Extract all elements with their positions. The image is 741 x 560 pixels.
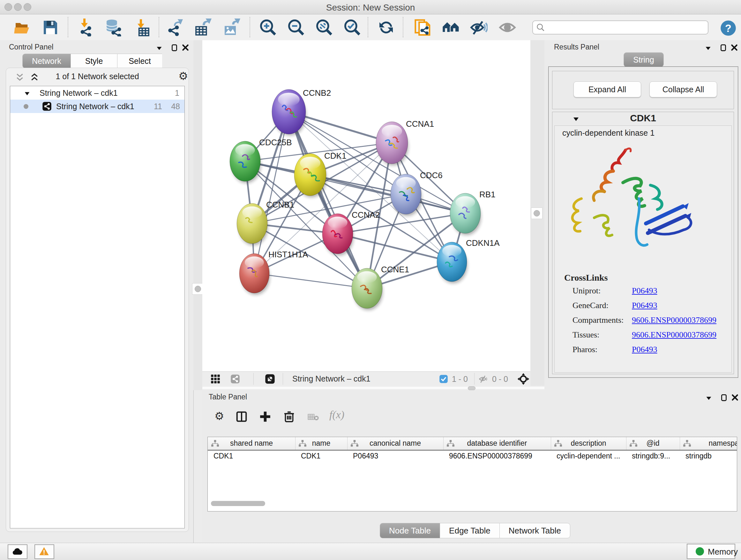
delete-column-trash-icon[interactable]: [283, 410, 295, 423]
table-cell[interactable]: P06493: [347, 452, 443, 460]
table-panel-close-icon[interactable]: [731, 393, 739, 401]
crosslink-value[interactable]: P06493: [632, 301, 657, 310]
string-import-icon[interactable]: [414, 18, 432, 37]
collection-expander-icon[interactable]: [23, 90, 30, 97]
table-panel-float-menu-icon[interactable]: [704, 394, 713, 402]
network-node-CCNB2[interactable]: [272, 89, 306, 136]
left-splitter-handle[interactable]: [192, 283, 204, 295]
export-table-icon[interactable]: [194, 18, 212, 37]
column-header-canonical-name[interactable]: canonical name: [347, 437, 444, 450]
import-network-file-icon[interactable]: [77, 18, 94, 37]
network-edge[interactable]: [289, 112, 367, 288]
warning-status-button[interactable]: [35, 544, 54, 559]
results-panel-float-menu-icon[interactable]: [704, 44, 712, 52]
export-image-icon[interactable]: [222, 18, 240, 37]
search-box: [532, 20, 709, 35]
zoom-fit-icon[interactable]: [315, 18, 333, 37]
save-session-icon[interactable]: [42, 18, 59, 37]
column-header-namespace[interactable]: namespace: [680, 437, 737, 450]
zoom-in-icon[interactable]: [259, 18, 277, 37]
table-cell[interactable]: stringdb: [680, 452, 737, 460]
network-node-RB1[interactable]: [450, 193, 481, 235]
hide-selection-eye-slash-icon[interactable]: [470, 18, 488, 37]
table-cell[interactable]: 9606.ENSP00000378699: [443, 452, 551, 460]
network-node-CCNA2[interactable]: [322, 213, 354, 256]
network-canvas[interactable]: CCNB2CCNA1CDC25BCDK1CDC6RB1CCNB1CCNA2CDK…: [202, 40, 530, 371]
network-node-CCNA1[interactable]: [376, 122, 408, 165]
search-input[interactable]: [548, 22, 705, 33]
control-panel-float-menu-icon[interactable]: [155, 44, 163, 52]
crosslink-value[interactable]: P06493: [632, 286, 657, 296]
help-icon[interactable]: ?: [720, 20, 737, 37]
grid-view-icon[interactable]: [211, 374, 220, 384]
import-network-database-icon[interactable]: [105, 18, 122, 37]
column-header-label: namespace: [680, 439, 737, 448]
crosslink-value[interactable]: P06493: [632, 345, 657, 354]
network-node-CCNB1[interactable]: [237, 203, 268, 246]
table-options-gear-icon[interactable]: ⚙: [214, 411, 224, 422]
network-edge[interactable]: [338, 234, 452, 262]
table-cell[interactable]: CDK1: [208, 452, 295, 460]
tab-select[interactable]: Select: [117, 54, 162, 68]
network-options-gear-icon[interactable]: ⚙: [179, 71, 188, 81]
column-header-@id[interactable]: @id: [626, 437, 680, 450]
create-column-plus-icon[interactable]: [259, 411, 271, 423]
column-header-database-identifier[interactable]: database identifier: [443, 437, 551, 450]
node-label-RB1: RB1: [479, 190, 495, 199]
control-panel-undock-icon[interactable]: [171, 44, 179, 52]
export-network-icon[interactable]: [165, 18, 183, 37]
tab-edge-table[interactable]: Edge Table: [440, 523, 499, 538]
cloud-status-button[interactable]: [8, 544, 27, 559]
table-cell[interactable]: cyclin-dependent ...: [551, 452, 626, 460]
network-edge[interactable]: [254, 273, 367, 288]
network-edge[interactable]: [254, 112, 289, 273]
column-header-shared-name[interactable]: shared name: [208, 437, 295, 450]
import-table-file-icon[interactable]: [133, 18, 151, 37]
column-header-label: name: [295, 439, 347, 448]
network-node-CDC25B[interactable]: [230, 141, 261, 183]
memory-button[interactable]: Memory: [687, 544, 735, 559]
column-header-description[interactable]: description: [551, 437, 626, 450]
network-node-CDKN1A[interactable]: [437, 242, 468, 284]
tab-network[interactable]: Network: [22, 54, 71, 68]
table-cell[interactable]: stringdb:9...: [626, 452, 680, 460]
expand-all-button[interactable]: Expand All: [574, 81, 641, 98]
crosslink-value[interactable]: 9606.ENSP00000378699: [632, 315, 717, 325]
show-selection-eye-icon[interactable]: [498, 18, 516, 37]
collapse-all-button[interactable]: Collapse All: [650, 81, 717, 98]
right-splitter[interactable]: [530, 40, 545, 390]
open-session-icon[interactable]: [13, 18, 31, 37]
right-splitter-handle[interactable]: [531, 207, 542, 219]
tab-network-table[interactable]: Network Table: [499, 523, 570, 538]
home-icon[interactable]: [442, 18, 460, 37]
detach-view-icon[interactable]: [265, 374, 275, 384]
left-splitter[interactable]: [193, 40, 202, 390]
toolbar-separator: [250, 17, 250, 37]
show-columns-icon[interactable]: [235, 411, 248, 423]
results-panel-undock-icon[interactable]: [719, 44, 728, 52]
column-header-name[interactable]: name: [295, 437, 347, 450]
crosslink-row: Pharos:P06493: [572, 345, 726, 360]
horizontal-splitter-handle[interactable]: [468, 386, 475, 390]
network-collection-row[interactable]: String Network – cdk1 1: [10, 86, 185, 100]
network-row-selected[interactable]: String Network – cdk1 11 48: [10, 100, 185, 113]
selected-checkbox-icon[interactable]: [439, 374, 448, 383]
tab-string[interactable]: String: [623, 52, 664, 67]
refresh-view-icon[interactable]: [377, 18, 395, 37]
network-node-HIST1H1A[interactable]: [239, 253, 270, 295]
tab-style[interactable]: Style: [71, 54, 117, 68]
network-view-share-icon[interactable]: [230, 374, 240, 384]
network-node-CCNE1[interactable]: [352, 268, 383, 310]
table-cell[interactable]: CDK1: [295, 452, 347, 460]
results-panel-close-icon[interactable]: [730, 44, 738, 52]
birdseye-pan-icon[interactable]: [517, 373, 530, 385]
zoom-out-icon[interactable]: [287, 18, 305, 37]
zoom-selected-icon[interactable]: [343, 18, 361, 37]
table-panel-undock-icon[interactable]: [720, 393, 728, 401]
control-panel-close-icon[interactable]: [181, 44, 190, 52]
warning-icon: [39, 546, 49, 557]
network-node-CDK1[interactable]: [294, 153, 327, 197]
tab-node-table[interactable]: Node Table: [380, 523, 440, 538]
crosslink-value[interactable]: 9606.ENSP00000378699: [632, 330, 717, 340]
horizontal-scrollbar[interactable]: [211, 501, 265, 506]
